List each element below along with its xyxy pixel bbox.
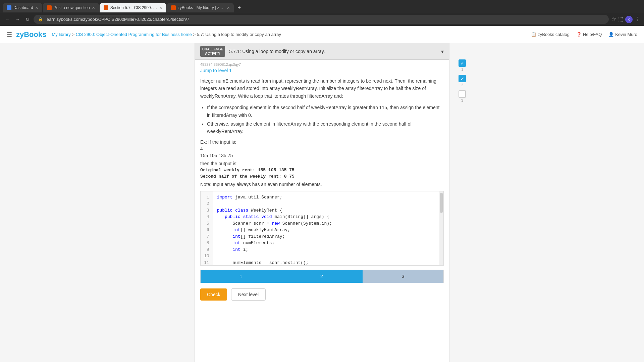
example-label: Ex: If the input is: bbox=[200, 139, 444, 145]
example-input-2: 155 105 135 75 bbox=[200, 153, 444, 158]
user-label: Kevin Muro bbox=[615, 32, 637, 37]
breadcrumb-section: 5.7: Using a loop to modify or copy an a… bbox=[197, 32, 281, 37]
level-indicators-sidebar: ✓ 1 ✓ 2 3 bbox=[459, 59, 466, 102]
url-bar[interactable]: 🔒 learn.zybooks.com/zybook/CPPCIS2900Mil… bbox=[34, 15, 609, 24]
profile-icon[interactable]: K bbox=[625, 16, 633, 23]
close-tab-icon[interactable]: ✕ bbox=[92, 6, 95, 10]
extensions-icon[interactable]: ⬚ bbox=[618, 16, 623, 23]
level-indicator-2[interactable]: ✓ bbox=[459, 75, 466, 82]
bookmark-icon[interactable]: ☆ bbox=[611, 16, 616, 23]
level-segment-1[interactable]: 1 bbox=[201, 270, 281, 283]
breadcrumb: My library > CIS 2900: Object-Oriented P… bbox=[52, 32, 531, 37]
level-progress-bar: 1 2 3 bbox=[200, 270, 444, 283]
collapse-icon[interactable]: ▾ bbox=[441, 48, 444, 55]
level-indicator-1[interactable]: ✓ bbox=[459, 59, 466, 67]
tab-post-question[interactable]: Post a new question ✕ bbox=[43, 3, 99, 12]
code-content[interactable]: import java.util.Scanner; public class W… bbox=[213, 191, 443, 265]
code-editor[interactable]: 12345 678910 1112131415 1617 import java… bbox=[200, 191, 444, 266]
close-tab-icon[interactable]: ✕ bbox=[35, 6, 38, 10]
user-menu[interactable]: 👤 Kevin Muro bbox=[608, 32, 637, 37]
tab-label: zyBooks - My library | zyBooks bbox=[178, 5, 225, 10]
challenge-badge-line1: CHALLENGE bbox=[202, 47, 223, 51]
output-line-1: Original weekly rent: 155 105 135 75 bbox=[200, 168, 444, 173]
jump-to-level-link[interactable]: Jump to level 1 bbox=[195, 68, 449, 77]
challenge-title: 5.7.1: Using a loop to modify or copy an… bbox=[229, 49, 437, 54]
help-button[interactable]: ❓ Help/FAQ bbox=[576, 32, 602, 37]
level-num-3: 3 bbox=[461, 98, 463, 102]
hamburger-menu-icon[interactable]: ☰ bbox=[7, 31, 12, 38]
note-text: Note: Input array always has an even num… bbox=[200, 182, 444, 187]
tab-favicon bbox=[104, 5, 108, 10]
address-bar: ← → ↻ 🔒 learn.zybooks.com/zybook/CPPCIS2… bbox=[0, 13, 644, 26]
tab-label: Dashboard bbox=[13, 5, 33, 10]
breadcrumb-library-link[interactable]: My library bbox=[52, 32, 70, 37]
menu-icon[interactable]: ⋮ bbox=[635, 16, 640, 23]
reload-button[interactable]: ↻ bbox=[24, 15, 31, 24]
url-text: learn.zybooks.com/zybook/CPPCIS2900Mille… bbox=[46, 17, 190, 22]
help-icon: ❓ bbox=[576, 32, 582, 37]
close-tab-icon[interactable]: ✕ bbox=[227, 6, 230, 10]
main-content: CHALLENGE ACTIVITY 5.7.1: Using a loop t… bbox=[0, 43, 644, 362]
content-area: Integer numElements is read from input, … bbox=[195, 77, 449, 309]
level-num-2: 2 bbox=[461, 83, 463, 87]
bullet-item-1: If the corresponding element in the seco… bbox=[207, 104, 444, 119]
code-editor-inner: 12345 678910 1112131415 1617 import java… bbox=[201, 191, 443, 265]
tab-section57[interactable]: Section 5.7 - CIS 2900: Object-C... ✕ bbox=[100, 3, 166, 12]
tab-label: Post a new question bbox=[54, 5, 90, 10]
breadcrumb-course-link[interactable]: CIS 2900: Object-Oriented Programming fo… bbox=[76, 32, 192, 37]
catalog-icon: 📋 bbox=[531, 32, 536, 37]
code-scrollbar[interactable] bbox=[439, 191, 443, 265]
output-label: then the output is: bbox=[200, 161, 444, 166]
level-num-1: 1 bbox=[461, 67, 463, 72]
browser-chrome: Dashboard ✕ Post a new question ✕ Sectio… bbox=[0, 0, 644, 26]
catalog-label: zyBooks catalog bbox=[538, 32, 570, 37]
tab-favicon bbox=[171, 5, 176, 10]
code-area: 12345 678910 1112131415 1617 import java… bbox=[201, 191, 443, 265]
activity-description: Integer numElements is read from input, … bbox=[200, 77, 444, 100]
content-panel: CHALLENGE ACTIVITY 5.7.1: Using a loop t… bbox=[195, 43, 449, 362]
new-tab-button[interactable]: + bbox=[234, 3, 244, 13]
tab-favicon bbox=[47, 5, 52, 10]
challenge-badge-line2: ACTIVITY bbox=[202, 51, 223, 56]
back-button[interactable]: ← bbox=[4, 15, 11, 24]
forward-button[interactable]: → bbox=[14, 15, 21, 24]
tab-label: Section 5.7 - CIS 2900: Object-C... bbox=[110, 5, 157, 10]
app-header: ☰ zyBooks My library > CIS 2900: Object-… bbox=[0, 26, 644, 43]
header-actions: 📋 zyBooks catalog ❓ Help/FAQ 👤 Kevin Mur… bbox=[531, 32, 637, 37]
tab-favicon bbox=[7, 5, 11, 10]
tab-dashboard[interactable]: Dashboard ✕ bbox=[3, 3, 42, 12]
challenge-activity-header: CHALLENGE ACTIVITY 5.7.1: Using a loop t… bbox=[195, 43, 449, 60]
tab-zybooks-library[interactable]: zyBooks - My library | zyBooks ✕ bbox=[167, 3, 234, 12]
catalog-button[interactable]: 📋 zyBooks catalog bbox=[531, 32, 570, 37]
action-buttons: Check Next level bbox=[200, 286, 444, 303]
next-level-button[interactable]: Next level bbox=[231, 288, 266, 301]
output-line-2: Second half of the weekly rent: 0 75 bbox=[200, 174, 444, 179]
challenge-badge: CHALLENGE ACTIVITY bbox=[200, 46, 225, 57]
bullet-list: If the corresponding element in the seco… bbox=[207, 104, 444, 135]
level-segment-2[interactable]: 2 bbox=[281, 270, 362, 283]
check-icon-2: ✓ bbox=[461, 76, 464, 81]
user-icon: 👤 bbox=[608, 32, 614, 37]
level-segment-3[interactable]: 3 bbox=[362, 270, 443, 283]
lock-icon: 🔒 bbox=[38, 17, 43, 21]
scrollbar-thumb[interactable] bbox=[440, 193, 443, 213]
bullet-item-2: Otherwise, assign the element in filtere… bbox=[207, 120, 444, 135]
line-numbers: 12345 678910 1112131415 1617 bbox=[201, 191, 213, 265]
example-input-1: 4 bbox=[200, 146, 444, 151]
zybooks-logo[interactable]: zyBooks bbox=[16, 30, 46, 39]
check-icon-1: ✓ bbox=[461, 61, 464, 66]
help-label: Help/FAQ bbox=[583, 32, 602, 37]
tab-bar: Dashboard ✕ Post a new question ✕ Sectio… bbox=[0, 0, 644, 13]
address-actions: ☆ ⬚ K ⋮ bbox=[611, 16, 640, 23]
check-button[interactable]: Check bbox=[200, 288, 227, 301]
breadcrumb-separator: > bbox=[72, 32, 75, 37]
close-tab-icon[interactable]: ✕ bbox=[159, 6, 162, 10]
breadcrumb-separator2: > bbox=[193, 32, 197, 37]
level-indicator-3[interactable] bbox=[459, 90, 466, 98]
activity-id: 493274.3690812.qx3qy7 bbox=[195, 60, 449, 68]
